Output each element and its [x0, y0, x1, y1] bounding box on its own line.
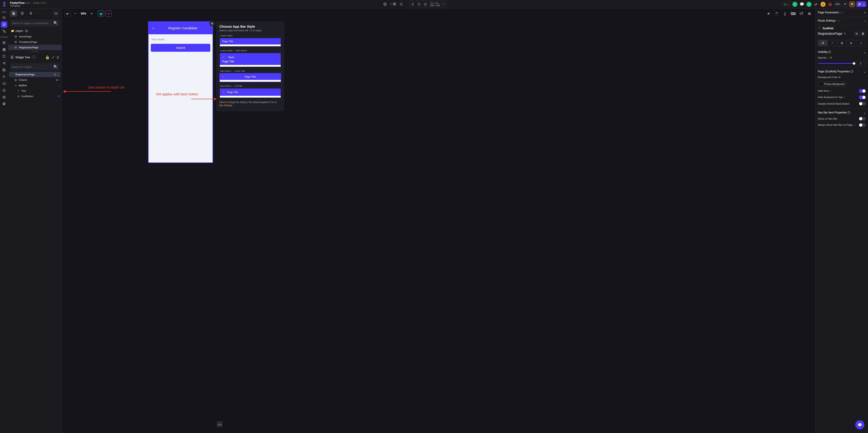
- status-check-2[interactable]: ✓: [806, 2, 811, 7]
- orientation-icon[interactable]: ▯: [782, 10, 788, 17]
- multi-select-toggle[interactable]: ▣: [98, 10, 104, 17]
- variable-icon[interactable]: ⚙: [838, 76, 841, 78]
- chevron-down-icon[interactable]: ⌄: [58, 84, 60, 87]
- device-icon[interactable]: 📱: [774, 10, 780, 17]
- tab-backend[interactable]: ▦: [837, 40, 846, 46]
- help-icon[interactable]: [382, 1, 388, 7]
- tree-text[interactable]: T Text: [8, 88, 62, 94]
- comments-icon[interactable]: 💬: [799, 1, 805, 7]
- filter-icon[interactable]: ≣: [56, 55, 59, 60]
- bug-icon[interactable]: 🐞: [827, 1, 833, 7]
- zoom-out-button[interactable]: −: [72, 10, 79, 17]
- page-item-privatekey[interactable]: ▤PrivateKeyPage: [8, 39, 62, 45]
- media-icon[interactable]: [1, 67, 7, 73]
- style-option-large-header[interactable]: Large Header Page Title: [219, 34, 281, 47]
- widget-search-box[interactable]: 🔍: [10, 63, 60, 70]
- back-arrow-icon[interactable]: ←: [151, 25, 156, 31]
- tree-appbar[interactable]: ▭ AppBar ⌄: [8, 82, 62, 88]
- page-search-input[interactable]: [12, 22, 53, 25]
- add-folder-button[interactable]: [53, 10, 60, 17]
- firestore-icon[interactable]: [1, 39, 7, 46]
- custom-code-icon[interactable]: [1, 73, 7, 80]
- page-search-box[interactable]: 🔍: [10, 20, 60, 27]
- opacity-input[interactable]: [856, 61, 866, 66]
- data-types-icon[interactable]: [1, 46, 7, 53]
- components-tab[interactable]: [19, 10, 26, 17]
- lock-icon[interactable]: 🔒: [45, 55, 50, 60]
- phone-appbar[interactable]: ← Register Candidate: [149, 22, 213, 34]
- tab-actions[interactable]: ↗: [827, 40, 837, 46]
- theme-icon[interactable]: [1, 94, 7, 100]
- theme-toggle-icon[interactable]: ☀: [765, 10, 772, 17]
- tests-icon[interactable]: [1, 87, 7, 94]
- always-show-nav-toggle[interactable]: [859, 123, 866, 127]
- resize-toggle[interactable]: ✂: [105, 10, 112, 17]
- desktop-device-icon[interactable]: [423, 1, 428, 7]
- panel-resize-handle[interactable]: [8, 50, 62, 53]
- phone-device-icon[interactable]: [410, 1, 415, 7]
- show-nav-toggle[interactable]: [859, 117, 866, 121]
- keyboard-icon[interactable]: ⌨: [790, 10, 796, 17]
- preview-eye-icon[interactable]: 👁: [849, 1, 855, 7]
- run-button[interactable]: ⚡⌄: [857, 1, 866, 7]
- hide-keyboard-toggle[interactable]: [859, 96, 866, 99]
- tree-iconbutton[interactable]: ⊕ IconButton ⇄: [8, 94, 62, 99]
- variable-icon[interactable]: ⚙: [830, 56, 832, 59]
- add-widget-icon[interactable]: [1, 14, 7, 21]
- pages-tab[interactable]: [10, 10, 17, 17]
- intercom-chat-button[interactable]: 💬: [855, 420, 864, 429]
- tablet-device-icon[interactable]: [416, 1, 422, 7]
- bg-color-picker[interactable]: Primary Background: [818, 81, 847, 87]
- style-option-back-center[interactable]: Back Button → Center Title ✓ ←Page Title: [219, 70, 281, 82]
- add-child-icon[interactable]: ⊕: [54, 73, 56, 76]
- collapse-left-icon[interactable]: ⇤: [64, 10, 71, 17]
- app-state-icon[interactable]: [1, 53, 7, 60]
- disable-back-toggle[interactable]: [859, 102, 866, 105]
- api-icon[interactable]: [1, 60, 7, 66]
- opacity-slider[interactable]: [818, 61, 866, 66]
- style-option-back-left[interactable]: Back Button → Left Title ←Page Title: [219, 85, 281, 98]
- chevron-down-icon[interactable]: ⌄: [864, 51, 866, 54]
- add-parameter-button[interactable]: +: [864, 11, 866, 14]
- delete-page-button[interactable]: 🗑: [860, 31, 866, 36]
- copy-page-button[interactable]: ⧉: [854, 31, 859, 36]
- warning-count-badge[interactable]: 1: [820, 2, 826, 7]
- version-dropdown[interactable]: v1⌄: [782, 2, 791, 6]
- slider-thumb[interactable]: [853, 62, 855, 65]
- chevron-down-icon[interactable]: ⌄: [57, 73, 59, 76]
- text-scale-icon[interactable]: ᴛT: [798, 10, 804, 17]
- zoom-level[interactable]: 90%: [80, 12, 87, 15]
- tab-state[interactable]: ▭: [856, 40, 866, 46]
- expand-icon[interactable]: ⤢: [52, 55, 55, 60]
- tree-column[interactable]: ▥ Column ⊕›: [8, 77, 62, 82]
- open-external-icon[interactable]: ↗: [842, 1, 848, 7]
- chevron-right-icon[interactable]: ›: [59, 78, 60, 81]
- storyboard-icon[interactable]: [1, 28, 7, 34]
- branch-icon[interactable]: ⇄: [813, 1, 819, 7]
- page-parameters-header[interactable]: Page Parameters ⓘ +: [815, 9, 868, 16]
- info-icon[interactable]: ⓘ: [32, 55, 36, 60]
- templates-tab[interactable]: [27, 10, 34, 17]
- close-popup-button[interactable]: ✕: [209, 21, 215, 26]
- cloud-icon[interactable]: [1, 80, 7, 87]
- size-info-icon[interactable]: ⓘ: [441, 1, 446, 7]
- canvas[interactable]: ⇤ − 90% + ▣ ✂ ☀ 📱 ▯ ⌨ ᴛT ⚙ RegistrationP…: [62, 9, 815, 433]
- search-icon[interactable]: [398, 1, 404, 7]
- pages-folder[interactable]: 📁 pages 3: [8, 28, 62, 34]
- keyboard-shortcut-icon[interactable]: ⌘: [390, 1, 396, 7]
- edit-icon[interactable]: ✎: [843, 32, 846, 35]
- nav-settings-link[interactable]: Nav Settings: [219, 104, 232, 107]
- tab-animations[interactable]: ▶: [846, 40, 856, 46]
- widget-tree-icon[interactable]: [1, 21, 7, 28]
- zoom-in-button[interactable]: +: [89, 10, 95, 17]
- name-input-placeholder[interactable]: Your name: [151, 37, 210, 42]
- tab-properties[interactable]: ✨: [818, 40, 827, 46]
- tree-root[interactable]: 📱 RegistrationPage ⊕⌄: [9, 72, 61, 77]
- add-child-icon[interactable]: ⊕: [56, 78, 58, 81]
- localization-icon[interactable]: ⚙: [806, 10, 813, 17]
- status-check-1[interactable]: ✓: [793, 2, 797, 7]
- page-item-registration[interactable]: ▤RegistrationPage: [8, 45, 62, 50]
- safe-area-toggle[interactable]: [859, 89, 866, 93]
- submit-button[interactable]: Submit: [151, 44, 210, 52]
- chevron-down-icon[interactable]: ⌄: [864, 111, 866, 114]
